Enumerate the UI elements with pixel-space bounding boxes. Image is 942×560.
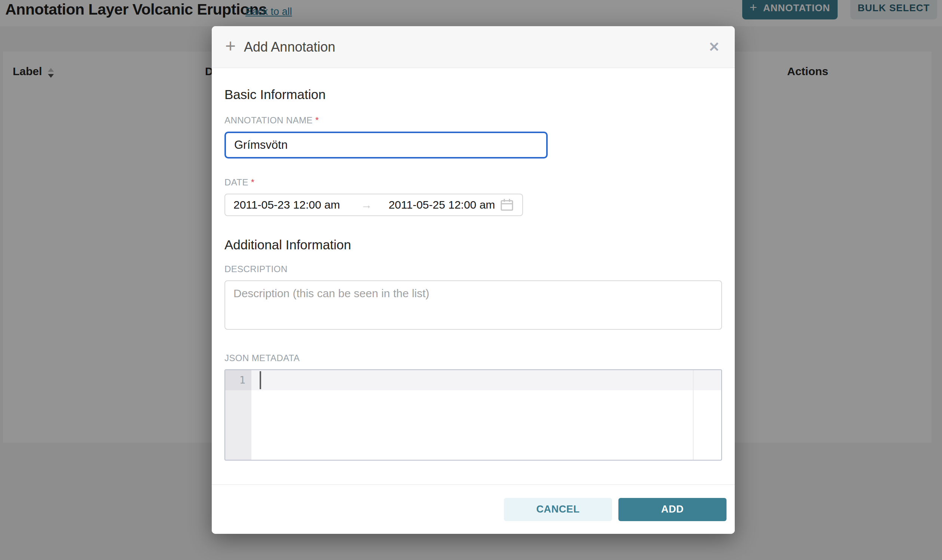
plus-icon: + bbox=[225, 37, 236, 55]
date-end-value[interactable]: 2011-05-25 12:00 am bbox=[389, 198, 495, 211]
calendar-icon[interactable] bbox=[500, 198, 514, 212]
modal-title: Add Annotation bbox=[244, 39, 335, 55]
json-metadata-block: JSON METADATA 1 bbox=[225, 353, 722, 460]
editor-active-line bbox=[251, 370, 721, 390]
modal-header: + Add Annotation ✕ bbox=[212, 26, 735, 68]
date-label: DATE* bbox=[225, 177, 722, 188]
annotation-layer-page: Annotation Layer Volcanic Eruptions Back… bbox=[0, 0, 942, 560]
editor-line-number: 1 bbox=[225, 370, 251, 390]
description-textarea[interactable] bbox=[225, 280, 722, 330]
section-additional-information: Additional Information bbox=[225, 237, 722, 253]
add-button[interactable]: ADD bbox=[618, 498, 726, 521]
close-icon[interactable]: ✕ bbox=[707, 39, 721, 55]
editor-cursor bbox=[260, 371, 261, 389]
json-metadata-editor[interactable]: 1 bbox=[225, 369, 722, 460]
json-metadata-label: JSON METADATA bbox=[225, 353, 722, 363]
arrow-right-icon: → bbox=[361, 198, 372, 211]
annotation-name-label-text: ANNOTATION NAME bbox=[225, 115, 313, 125]
annotation-name-label: ANNOTATION NAME* bbox=[225, 115, 722, 126]
date-label-text: DATE bbox=[225, 177, 248, 187]
add-annotation-modal: + Add Annotation ✕ Basic Information ANN… bbox=[212, 26, 735, 534]
date-field-block: DATE* 2011-05-23 12:00 am → 2011-05-25 1… bbox=[225, 177, 722, 216]
description-label: DESCRIPTION bbox=[225, 264, 722, 274]
date-range-picker[interactable]: 2011-05-23 12:00 am → 2011-05-25 12:00 a… bbox=[225, 194, 523, 216]
modal-body: Basic Information ANNOTATION NAME* DATE*… bbox=[212, 68, 735, 485]
annotation-name-input[interactable] bbox=[225, 132, 548, 158]
modal-footer: CANCEL ADD bbox=[212, 485, 735, 534]
editor-print-margin bbox=[693, 370, 694, 460]
required-asterisk: * bbox=[315, 115, 319, 125]
section-basic-information: Basic Information bbox=[225, 87, 722, 102]
required-asterisk: * bbox=[251, 177, 255, 187]
date-start-value[interactable]: 2011-05-23 12:00 am bbox=[233, 198, 340, 211]
cancel-button[interactable]: CANCEL bbox=[504, 498, 612, 521]
